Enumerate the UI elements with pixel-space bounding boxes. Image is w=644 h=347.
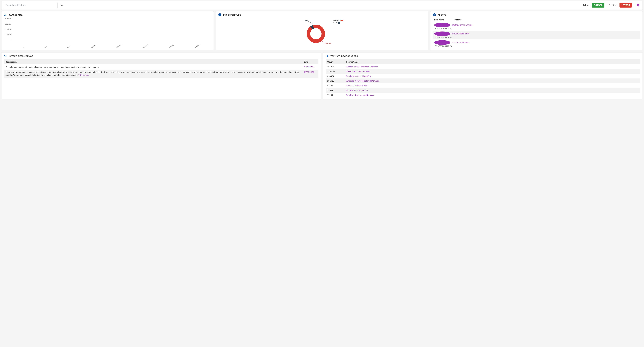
intel-head-desc: Description <box>4 59 302 64</box>
alert-indicator-link[interactable]: eoufaoeuhoauengi.ru <box>452 24 472 26</box>
source-link[interactable]: Urlhaus Malware Tracker <box>346 84 369 87</box>
intel-row: Operation Earth Kitsune - Two New Backdo… <box>4 70 318 78</box>
intel-description: Operation Earth Kitsune - Two New Backdo… <box>4 70 302 78</box>
sources-head-count: Count <box>326 59 344 64</box>
indicator-type-card: ! INDICATOR TYPE IPv4 Domain Domain IPv4 <box>216 11 428 50</box>
svg-line-1 <box>322 41 325 44</box>
categories-card: CATEGORIES 4,000,0003,000,0002,000,0001,… <box>1 11 214 50</box>
source-row: 214474Bambenek Consulting DGA <box>326 74 640 78</box>
source-row: 181625Whoisds: Newly Registered Domains <box>326 78 640 83</box>
source-row: 1252731Netlab 360: DGA Domains <box>326 69 640 74</box>
latest-intel-card: LATEST INTELLIGENCE Description Date Pho… <box>1 52 321 99</box>
source-count: 181625 <box>326 78 344 83</box>
legend-ipv4-label: IPv4 <box>334 22 337 24</box>
alerts-head-indicator: Indicator <box>454 19 462 21</box>
top-sources-card: TOP 10 THREAT SOURCES Count SourceName 3… <box>323 52 643 99</box>
settings-button[interactable] <box>636 3 640 8</box>
intel-row: Phosphorous targets international confer… <box>4 64 318 70</box>
source-count: 1252731 <box>326 69 344 74</box>
top-sources-title: TOP 10 THREAT SOURCES <box>330 55 358 57</box>
legend-domain-label: Domain <box>334 20 340 22</box>
layers-icon <box>4 54 7 58</box>
expired-label: Expired: <box>609 4 618 7</box>
search-button[interactable] <box>60 2 64 8</box>
source-row: 3673070Whoxy: Newly Registered Domains <box>326 64 640 69</box>
source-link[interactable]: Netlab 360: DGA Domains <box>346 70 370 72</box>
search-input[interactable] <box>4 2 58 8</box>
source-row: 82369Urlhaus Malware Tracker <box>326 83 640 88</box>
category-xlabel: anonymiz... <box>194 43 200 48</box>
reference-link[interactable]: Reference <box>80 74 89 76</box>
category-xlabel: dga <box>44 46 47 48</box>
donut-label-ipv4: IPv4 <box>305 20 308 22</box>
donut-slice[interactable] <box>307 25 325 43</box>
expired-badge: 137088 <box>620 3 632 8</box>
alert-timestamp: 6/26/2020 9:39:01 PM <box>434 27 639 30</box>
host-redacted <box>434 23 450 27</box>
sources-head-source: SourceName <box>344 59 640 64</box>
source-row: 77489ZeroDot1 Coin Miners Domains <box>326 92 640 97</box>
alert-row: eoufaoeuhoauengi.ru6/26/2020 9:39:01 PM <box>433 22 640 31</box>
intel-date: 10/28/2020 <box>302 70 318 78</box>
alert-timestamp: 6/26/2020 9:35:09 PM <box>434 45 639 48</box>
alert-icon: ! <box>433 13 436 16</box>
intel-date: 10/28/2020 <box>302 64 318 70</box>
category-xlabel: coinmine... <box>116 44 122 48</box>
host-redacted <box>434 32 450 36</box>
alert-timestamp: 6/26/2020 9:35:09 PM <box>434 36 639 39</box>
indicator-type-title: INDICATOR TYPE <box>223 14 241 16</box>
source-link[interactable]: ZeroDot1 Coin Miners Domains <box>346 94 374 96</box>
source-link[interactable]: Blocklist-Net-ua Bad IPs <box>346 89 368 92</box>
source-link[interactable]: Bambenek Consulting DGA <box>346 75 371 77</box>
flame-icon <box>326 54 329 58</box>
alerts-title: ALERTS <box>438 14 446 16</box>
alert-indicator-link[interactable]: dropboxwcdn.com <box>452 32 469 35</box>
category-xlabel: attack <box>67 45 71 48</box>
source-row: 79554Blocklist-Net-ua Bad IPs <box>326 88 640 92</box>
added-badge: 161386 <box>592 3 604 8</box>
category-xlabel: nrd <box>22 46 25 48</box>
donut-legend: Domain IPv4 <box>334 19 343 24</box>
source-link[interactable]: Whoxy: Newly Registered Domains <box>346 66 378 68</box>
intel-date-link[interactable]: 10/28/2020 <box>304 66 314 68</box>
alert-row: dropboxwcdn.com6/26/2020 9:35:09 PM <box>433 31 640 40</box>
category-xlabel: not reco... <box>143 44 148 48</box>
source-link[interactable]: Whoisds: Newly Registered Domains <box>346 80 380 82</box>
source-count: 214474 <box>326 74 344 78</box>
host-redacted <box>434 40 450 45</box>
categories-chart: 4,000,0003,000,0002,000,0001,000,0000 nr… <box>4 18 211 45</box>
intel-head-date: Date <box>302 59 318 64</box>
source-count: 82369 <box>326 83 344 88</box>
source-count: 79554 <box>326 88 344 92</box>
latest-intel-title: LATEST INTELLIGENCE <box>9 55 33 57</box>
donut-label-domain: Domain <box>326 42 331 44</box>
alert-row: dropboxwcdn.com6/26/2020 9:35:09 PM <box>433 40 640 48</box>
info-icon: ! <box>218 13 221 16</box>
source-count: 3673070 <box>326 64 344 69</box>
search-box <box>4 2 58 8</box>
gear-icon <box>636 5 640 7</box>
category-xlabel: malware <box>91 44 96 48</box>
stats: Added: 161386 Expired: 137088 <box>582 3 632 8</box>
category-xlabel: phishing <box>169 44 174 48</box>
search-icon <box>60 5 64 7</box>
top-bar: Added: 161386 Expired: 137088 <box>1 1 643 10</box>
alerts-card: ! ALERTS Host Name Indicator eoufaoeuhoa… <box>430 11 643 50</box>
donut-chart: IPv4 Domain <box>301 19 331 46</box>
alerts-head-host: Host Name <box>434 19 454 21</box>
source-count: 77489 <box>326 92 344 97</box>
shapes-icon <box>4 13 7 17</box>
added-label: Added: <box>582 4 591 7</box>
intel-date-link[interactable]: 10/28/2020 <box>304 71 314 73</box>
svg-line-0 <box>308 22 313 24</box>
categories-title: CATEGORIES <box>9 14 22 16</box>
intel-description: Phosphorous targets international confer… <box>4 64 302 70</box>
alert-indicator-link[interactable]: dropboxwcdn.com <box>452 41 469 44</box>
